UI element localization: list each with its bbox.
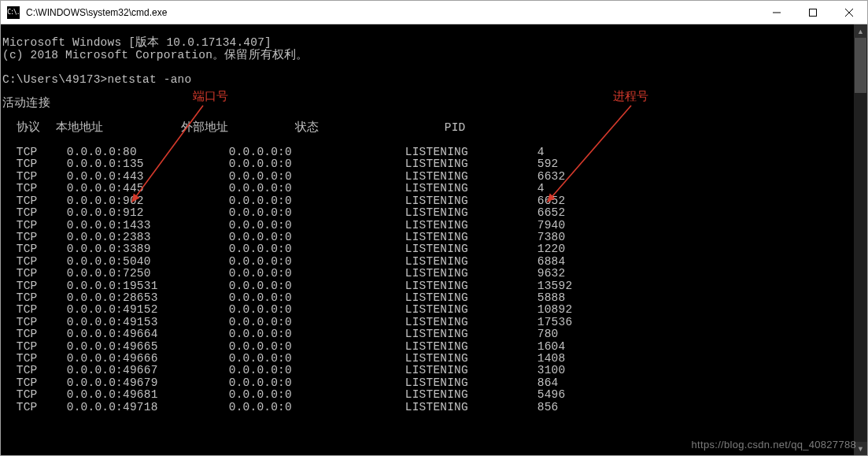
cell-pid: 1408 xyxy=(537,353,566,365)
netstat-row: TCP0.0.0.0:496790.0.0.0:0LISTENING864 xyxy=(2,377,854,389)
netstat-row: TCP0.0.0.0:491520.0.0.0:0LISTENING10892 xyxy=(2,304,854,316)
window-frame: C:\. C:\WINDOWS\system32\cmd.exe Microso… xyxy=(0,0,868,456)
cell-state: LISTENING xyxy=(405,304,537,316)
banner-line-1: Microsoft Windows [版本 10.0.17134.407] xyxy=(2,36,271,49)
titlebar[interactable]: C:\. C:\WINDOWS\system32\cmd.exe xyxy=(1,1,867,24)
cell-foreign: 0.0.0.0:0 xyxy=(229,232,405,243)
cell-proto: TCP xyxy=(17,377,67,389)
netstat-row: TCP0.0.0.0:4430.0.0.0:0LISTENING6632 xyxy=(2,171,854,183)
netstat-row: TCP0.0.0.0:50400.0.0.0:0LISTENING6884 xyxy=(2,256,854,268)
cell-foreign: 0.0.0.0:0 xyxy=(229,341,405,353)
cell-state: LISTENING xyxy=(405,365,537,376)
cell-pid: 5496 xyxy=(537,389,566,401)
scroll-up-button[interactable]: ▲ xyxy=(854,24,867,38)
hdr-local: 本地地址 xyxy=(56,122,181,134)
cell-foreign: 0.0.0.0:0 xyxy=(229,317,405,328)
cell-pid: 10892 xyxy=(537,304,573,316)
cell-state: LISTENING xyxy=(405,207,537,219)
cell-local: 0.0.0.0:445 xyxy=(67,183,229,195)
cell-foreign: 0.0.0.0:0 xyxy=(229,207,405,219)
cell-local: 0.0.0.0:49664 xyxy=(67,328,229,340)
cell-pid: 7380 xyxy=(537,232,566,243)
cell-state: LISTENING xyxy=(405,220,537,232)
cell-local: 0.0.0.0:2383 xyxy=(67,232,229,243)
netstat-row: TCP0.0.0.0:496640.0.0.0:0LISTENING780 xyxy=(2,328,854,340)
cell-pid: 9632 xyxy=(537,268,566,280)
scroll-track[interactable] xyxy=(854,38,867,442)
cell-local: 0.0.0.0:7250 xyxy=(67,268,229,280)
svg-rect-1 xyxy=(810,9,817,16)
prompt: C:\Users\49173> xyxy=(2,73,108,86)
cell-state: LISTENING xyxy=(405,171,537,183)
netstat-row: TCP0.0.0.0:497180.0.0.0:0LISTENING856 xyxy=(2,402,854,413)
column-headers: 协议本地地址外部地址状态PID xyxy=(2,122,854,134)
cell-pid: 6652 xyxy=(537,207,566,219)
cell-local: 0.0.0.0:49666 xyxy=(67,353,229,365)
cell-foreign: 0.0.0.0:0 xyxy=(229,389,405,401)
netstat-row: TCP0.0.0.0:14330.0.0.0:0LISTENING7940 xyxy=(2,220,854,232)
cell-proto: TCP xyxy=(17,232,67,243)
cell-state: LISTENING xyxy=(405,243,537,255)
cell-foreign: 0.0.0.0:0 xyxy=(229,268,405,280)
cell-pid: 6652 xyxy=(537,195,566,207)
netstat-row: TCP0.0.0.0:496660.0.0.0:0LISTENING1408 xyxy=(2,353,854,365)
cell-local: 0.0.0.0:443 xyxy=(67,171,229,183)
netstat-row: TCP0.0.0.0:4450.0.0.0:0LISTENING4 xyxy=(2,183,854,195)
cell-foreign: 0.0.0.0:0 xyxy=(229,220,405,232)
cell-state: LISTENING xyxy=(405,158,537,170)
cell-proto: TCP xyxy=(17,389,67,401)
cell-local: 0.0.0.0:80 xyxy=(67,146,229,158)
cell-local: 0.0.0.0:5040 xyxy=(67,256,229,268)
cell-local: 0.0.0.0:19531 xyxy=(67,280,229,292)
cell-local: 0.0.0.0:1433 xyxy=(67,220,229,232)
cell-state: LISTENING xyxy=(405,195,537,207)
cell-local: 0.0.0.0:49679 xyxy=(67,377,229,389)
cell-pid: 6632 xyxy=(537,171,566,183)
cell-foreign: 0.0.0.0:0 xyxy=(229,328,405,340)
cell-state: LISTENING xyxy=(405,353,537,365)
cell-proto: TCP xyxy=(17,243,67,255)
hdr-foreign: 外部地址 xyxy=(181,122,295,134)
cell-proto: TCP xyxy=(17,365,67,376)
cell-proto: TCP xyxy=(17,158,67,170)
cell-proto: TCP xyxy=(17,195,67,207)
typed-command: netstat -ano xyxy=(108,73,192,86)
cell-proto: TCP xyxy=(17,146,67,158)
cell-local: 0.0.0.0:49153 xyxy=(67,317,229,328)
cell-foreign: 0.0.0.0:0 xyxy=(229,195,405,207)
cell-proto: TCP xyxy=(17,280,67,292)
maximize-button[interactable] xyxy=(795,1,831,24)
cell-proto: TCP xyxy=(17,183,67,195)
vertical-scrollbar[interactable]: ▲ ▼ xyxy=(854,24,867,455)
scroll-thumb[interactable] xyxy=(855,38,866,93)
hdr-state: 状态 xyxy=(295,122,445,134)
cell-proto: TCP xyxy=(17,220,67,232)
close-button[interactable] xyxy=(831,1,867,24)
cell-pid: 4 xyxy=(537,146,545,158)
netstat-row: TCP0.0.0.0:286530.0.0.0:0LISTENING5888 xyxy=(2,292,854,304)
cell-pid: 864 xyxy=(537,377,559,389)
netstat-row: TCP0.0.0.0:496810.0.0.0:0LISTENING5496 xyxy=(2,389,854,401)
cell-foreign: 0.0.0.0:0 xyxy=(229,243,405,255)
cell-local: 0.0.0.0:49718 xyxy=(67,402,229,413)
cell-state: LISTENING xyxy=(405,268,537,280)
cell-local: 0.0.0.0:49665 xyxy=(67,341,229,353)
netstat-row: TCP0.0.0.0:72500.0.0.0:0LISTENING9632 xyxy=(2,268,854,280)
cell-state: LISTENING xyxy=(405,341,537,353)
cell-local: 0.0.0.0:49667 xyxy=(67,365,229,376)
cell-state: LISTENING xyxy=(405,292,537,304)
minimize-button[interactable] xyxy=(759,1,795,24)
banner-line-2: (c) 2018 Microsoft Corporation。保留所有权利。 xyxy=(2,49,308,61)
hdr-pid: PID xyxy=(445,122,466,134)
cell-proto: TCP xyxy=(17,328,67,340)
cell-proto: TCP xyxy=(17,304,67,316)
cell-local: 0.0.0.0:3389 xyxy=(67,243,229,255)
netstat-row: TCP0.0.0.0:496670.0.0.0:0LISTENING3100 xyxy=(2,365,854,376)
console-output[interactable]: Microsoft Windows [版本 10.0.17134.407] (c… xyxy=(1,24,854,455)
netstat-row: TCP0.0.0.0:1350.0.0.0:0LISTENING592 xyxy=(2,158,854,170)
cell-proto: TCP xyxy=(17,256,67,268)
cell-foreign: 0.0.0.0:0 xyxy=(229,402,405,413)
netstat-row: TCP0.0.0.0:33890.0.0.0:0LISTENING1220 xyxy=(2,243,854,255)
scroll-down-button[interactable]: ▼ xyxy=(854,442,867,455)
cell-pid: 13592 xyxy=(537,280,573,292)
